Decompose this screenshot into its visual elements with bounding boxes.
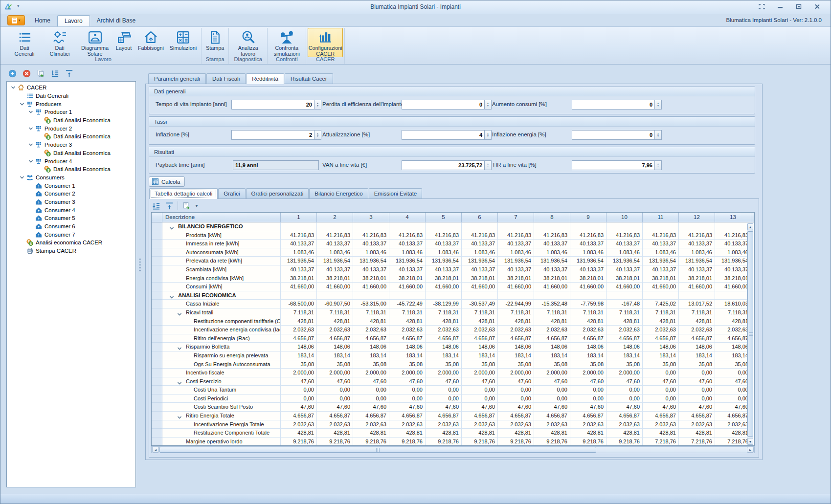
grid-cell[interactable]: 40.133,37 [679,240,715,248]
row-indicator[interactable] [152,386,162,394]
grid-cell[interactable]: 2.032,63 [353,326,389,334]
grid-cell[interactable]: 38.218,01 [389,274,426,283]
grid-cell[interactable]: 40.133,37 [534,240,570,248]
grid-cell[interactable]: 131.936,54 [317,257,353,265]
grid-cell[interactable]: 2.032,63 [498,420,534,429]
grid-cell[interactable]: 183,14 [281,351,317,360]
grid-cell[interactable]: 4.656,87 [570,412,606,420]
grid-cell[interactable]: 4.656,87 [498,334,534,343]
grid-cell[interactable]: 428,81 [715,429,751,438]
grid-cell[interactable]: 2.032,63 [389,420,426,429]
grid-cell[interactable]: 4.656,87 [462,334,498,343]
diagramma-solare-button[interactable]: Diagramma Solare [77,28,112,57]
grid-cell-descrizione[interactable]: Risparmio su energia prelevata [162,351,281,360]
grid-cell[interactable]: 1.083,46 [281,248,317,257]
grid-cell[interactable]: 35,08 [389,360,426,369]
chevron-down-icon[interactable]: ▼ [195,204,199,208]
grid-cell[interactable]: 1.083,46 [389,248,426,257]
grid-cell[interactable]: 1.083,46 [426,248,462,257]
grid-cell[interactable]: 183,14 [426,351,462,360]
grid-cell[interactable] [570,222,606,231]
scroll-down-icon[interactable]: ▼ [747,438,753,445]
grid-cell[interactable]: 4.656,87 [643,334,679,343]
grid-cell[interactable] [534,222,570,231]
grid-row-costi-una-tantum[interactable]: Costi Una Tantum 0,000,000,000,000,000,0… [152,386,754,394]
grid-cell[interactable] [462,222,498,231]
grid-row-analisi-economica[interactable]: ANALISI ECONOMICA [152,291,754,300]
minimize-button[interactable] [775,3,786,10]
grid-cell[interactable]: 38.218,01 [643,274,679,283]
tree-item-dati-analisi-economica[interactable]: €$ Dati Analisi Economica [7,116,135,125]
grid-cell[interactable]: 9.218,76 [317,438,353,446]
row-indicator[interactable] [152,343,162,351]
grid-cell[interactable]: 7.118,31 [606,308,643,317]
grid-cell[interactable]: 0,00 [606,386,643,394]
grid-cell[interactable]: 0,00 [389,386,426,394]
vertical-scrollbar[interactable]: ▲ ▼ [747,223,753,445]
grid-cell[interactable]: 7.118,31 [462,308,498,317]
grid-cell[interactable] [426,291,462,300]
grid-cell[interactable] [317,222,353,231]
grid-cell[interactable] [317,291,353,300]
grid-cell[interactable]: 2.000,00 [353,369,389,377]
grid-cell[interactable]: 428,81 [317,317,353,326]
row-indicator[interactable] [152,274,162,283]
row-indicator[interactable] [152,394,162,403]
tree-item-cacer[interactable]: CACER [7,84,135,92]
grid-cell[interactable]: 1.083,46 [606,248,643,257]
row-indicator[interactable] [152,317,162,326]
grid-cell[interactable]: 183,14 [353,351,389,360]
grid-cell[interactable] [281,222,317,231]
fabbisogni-button[interactable]: Fabbisogni [135,28,167,51]
row-indicator[interactable] [152,248,162,257]
grid-cell[interactable]: 131.936,54 [715,257,751,265]
grid-cell[interactable]: 47,60 [281,377,317,386]
grid-cell[interactable]: 183,14 [643,351,679,360]
grid-cell[interactable]: 2.032,63 [426,326,462,334]
grid-cell[interactable]: 2.000,00 [570,369,606,377]
grid-cell[interactable]: 40.133,37 [426,265,462,274]
grid-cell[interactable]: 148,06 [534,343,570,351]
grid-cell[interactable]: 0,00 [715,386,751,394]
grid-cell[interactable] [606,222,643,231]
ribbon-tab-home[interactable]: Home [28,15,57,26]
grid-cell[interactable]: 4.656,87 [317,334,353,343]
grid-cell[interactable]: 47,60 [570,403,606,412]
grid-cell[interactable]: 41.216,83 [389,231,426,240]
grid-cell[interactable]: 1.083,46 [498,248,534,257]
grid-cell[interactable]: 9.218,76 [498,438,534,446]
scroll-left-icon[interactable]: ◄ [152,447,159,453]
grid-cell[interactable] [498,222,534,231]
grid-cell[interactable]: 0,00 [462,394,498,403]
grid-cell[interactable]: 131.936,54 [679,257,715,265]
tree-item-producer-1[interactable]: Producer 1 [7,108,135,116]
spinner[interactable]: ▲▼ [655,160,662,170]
grid-cell[interactable]: 2.032,63 [353,420,389,429]
grid-column-header-6[interactable]: 6 [462,213,498,222]
grid-cell[interactable]: 40.133,37 [462,240,498,248]
tree-item-dati-analisi-economica[interactable]: €$ Dati Analisi Economica [7,149,135,157]
grid-cell[interactable]: 428,81 [570,317,606,326]
grid-cell[interactable]: 4.656,87 [462,412,498,420]
collapse-all-icon[interactable] [64,68,74,78]
row-indicator[interactable] [152,283,162,291]
tab-risultati-cacer[interactable]: Risultati Cacer [285,73,333,84]
chevron-down-icon[interactable] [177,414,182,420]
grid-cell[interactable]: 41.216,83 [498,231,534,240]
chevron-down-icon[interactable] [20,175,24,179]
grid-cell[interactable]: 7.118,31 [643,308,679,317]
grid-cell[interactable]: 428,81 [281,317,317,326]
grid-cell[interactable]: 131.936,54 [462,257,498,265]
grid-cell-descrizione[interactable]: Costi Una Tantum [162,386,281,394]
grid-column-header-4[interactable]: 4 [389,213,426,222]
grid-cell-descrizione[interactable]: Scambiata [kWh] [162,265,281,274]
grid-row-cassa-iniziale[interactable]: Cassa Iniziale -68.500,00-60.907,50-53.3… [152,300,754,308]
grid-cell[interactable]: 1.083,46 [353,248,389,257]
tab-redditivit[interactable]: Redditività [246,73,284,84]
grid-cell[interactable]: 0,00 [534,394,570,403]
grid-cell[interactable]: 41.216,83 [317,231,353,240]
grid-cell[interactable]: 40.133,37 [679,265,715,274]
grid-row-costi-periodici[interactable]: Costi Periodici 0,000,000,000,000,000,00… [152,394,754,403]
grid-cell[interactable]: 2.032,63 [317,420,353,429]
grid-cell[interactable]: 4.656,87 [606,412,643,420]
